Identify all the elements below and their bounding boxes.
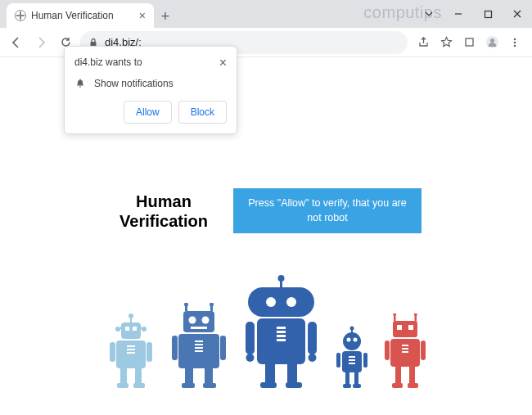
robot-icon xyxy=(335,325,369,389)
window-controls xyxy=(414,0,532,28)
permission-popup: di4.biz wants to × Show notifications Al… xyxy=(64,46,237,134)
back-button[interactable] xyxy=(7,33,26,52)
svg-rect-93 xyxy=(392,383,403,388)
svg-rect-60 xyxy=(287,364,297,382)
svg-rect-15 xyxy=(125,327,129,331)
svg-point-30 xyxy=(210,303,214,307)
robot-icon xyxy=(242,274,320,389)
permission-label: Show notifications xyxy=(94,78,174,89)
svg-rect-16 xyxy=(133,327,137,331)
svg-point-6 xyxy=(514,38,516,40)
svg-rect-43 xyxy=(205,368,213,383)
svg-rect-39 xyxy=(195,350,203,352)
svg-rect-41 xyxy=(220,336,226,360)
svg-rect-83 xyxy=(397,325,402,330)
close-popup-icon[interactable]: × xyxy=(219,56,227,70)
forward-button[interactable] xyxy=(31,33,51,52)
svg-rect-21 xyxy=(110,342,115,362)
svg-rect-51 xyxy=(277,327,286,329)
chevron-down-icon[interactable] xyxy=(414,0,444,28)
svg-rect-87 xyxy=(402,348,408,350)
svg-point-46 xyxy=(277,275,284,282)
robot-icon xyxy=(170,303,228,389)
svg-rect-56 xyxy=(308,322,317,354)
svg-rect-42 xyxy=(185,368,193,383)
menu-icon[interactable] xyxy=(507,35,522,50)
svg-rect-25 xyxy=(117,383,128,388)
tab-title: Human Verification xyxy=(31,10,114,21)
svg-rect-19 xyxy=(127,349,135,350)
svg-rect-90 xyxy=(421,341,426,360)
svg-rect-14 xyxy=(121,323,141,339)
profile-icon[interactable] xyxy=(485,35,499,50)
svg-rect-69 xyxy=(349,356,355,358)
heading-line-1: Human xyxy=(110,192,217,211)
share-icon[interactable] xyxy=(416,35,431,50)
maximize-icon[interactable] xyxy=(473,0,503,28)
svg-point-63 xyxy=(349,327,354,331)
svg-rect-55 xyxy=(246,322,255,354)
block-button[interactable]: Block xyxy=(178,101,227,124)
svg-rect-52 xyxy=(277,331,286,333)
svg-rect-86 xyxy=(402,345,408,346)
svg-rect-73 xyxy=(363,353,367,368)
svg-rect-26 xyxy=(133,383,145,388)
svg-rect-89 xyxy=(385,341,390,360)
svg-rect-94 xyxy=(408,383,418,388)
svg-rect-92 xyxy=(409,367,415,383)
svg-rect-71 xyxy=(349,363,355,364)
svg-point-67 xyxy=(353,338,357,342)
svg-rect-34 xyxy=(191,327,207,329)
svg-point-8 xyxy=(514,44,516,47)
svg-rect-88 xyxy=(402,351,408,353)
svg-rect-45 xyxy=(203,383,216,388)
svg-rect-36 xyxy=(195,341,203,342)
svg-rect-18 xyxy=(127,345,135,347)
svg-rect-76 xyxy=(343,384,351,388)
extensions-icon[interactable] xyxy=(462,35,476,50)
toolbar-actions xyxy=(413,35,525,50)
svg-rect-84 xyxy=(408,325,413,330)
svg-point-32 xyxy=(188,317,196,324)
minimize-icon[interactable] xyxy=(444,0,473,28)
svg-rect-10 xyxy=(130,318,132,323)
svg-point-80 xyxy=(393,314,396,316)
svg-rect-31 xyxy=(183,311,214,332)
close-window-icon[interactable] xyxy=(503,0,532,28)
close-tab-icon[interactable]: × xyxy=(139,9,146,22)
svg-rect-77 xyxy=(353,384,361,388)
svg-point-58 xyxy=(308,354,316,362)
svg-rect-17 xyxy=(116,341,146,368)
browser-tab[interactable]: Human Verification × xyxy=(7,3,154,28)
svg-rect-47 xyxy=(280,281,282,287)
bookmark-icon[interactable] xyxy=(439,35,453,50)
globe-icon xyxy=(15,10,26,21)
allow-button[interactable]: Allow xyxy=(124,101,172,124)
svg-rect-3 xyxy=(466,38,473,46)
svg-rect-38 xyxy=(195,347,203,349)
popup-title: di4.biz wants to xyxy=(74,56,142,68)
svg-rect-61 xyxy=(260,382,277,388)
robot-illustration xyxy=(0,274,532,389)
svg-rect-23 xyxy=(120,368,127,383)
heading-line-2: Verification xyxy=(110,211,217,231)
instruction-banner: Press "Allow" to verify, that you are no… xyxy=(233,188,422,233)
svg-point-12 xyxy=(142,327,147,332)
window-titlebar: Human Verification × + computips xyxy=(0,0,532,28)
svg-point-33 xyxy=(201,317,209,324)
robot-icon xyxy=(384,314,426,389)
svg-point-49 xyxy=(286,297,296,307)
svg-rect-24 xyxy=(135,368,142,383)
svg-rect-59 xyxy=(265,364,275,382)
page-heading: Human Verification xyxy=(110,192,217,231)
svg-point-11 xyxy=(115,327,120,332)
svg-point-65 xyxy=(343,332,361,350)
svg-rect-1 xyxy=(485,11,491,17)
svg-point-29 xyxy=(184,303,188,307)
svg-rect-53 xyxy=(277,335,286,337)
new-tab-button[interactable]: + xyxy=(154,5,177,28)
robot-icon xyxy=(106,311,156,389)
svg-rect-22 xyxy=(147,342,152,362)
svg-point-81 xyxy=(413,314,417,316)
svg-rect-72 xyxy=(336,353,340,368)
